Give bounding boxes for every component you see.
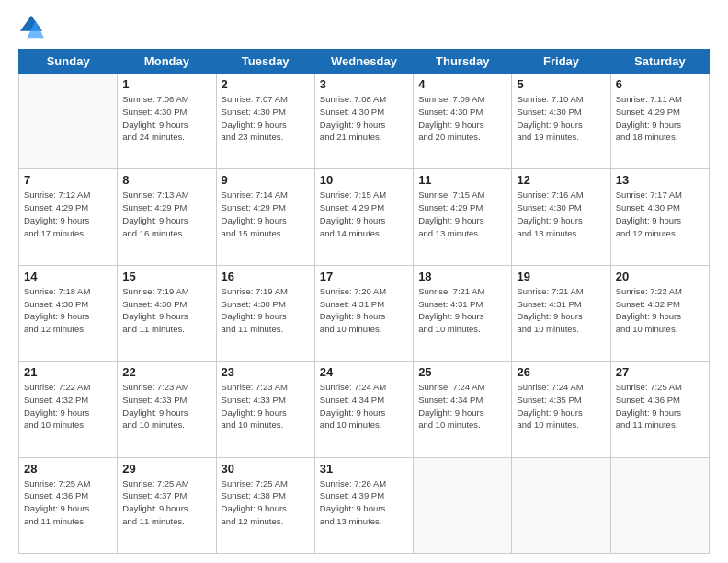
calendar-cell: 21Sunrise: 7:22 AM Sunset: 4:32 PM Dayli… — [19, 362, 118, 457]
day-number: 6 — [616, 77, 704, 91]
day-info: Sunrise: 7:11 AM Sunset: 4:29 PM Dayligh… — [616, 93, 704, 144]
day-info: Sunrise: 7:22 AM Sunset: 4:32 PM Dayligh… — [616, 285, 704, 336]
calendar-cell: 26Sunrise: 7:24 AM Sunset: 4:35 PM Dayli… — [512, 362, 610, 457]
day-number: 16 — [222, 270, 310, 283]
day-info: Sunrise: 7:23 AM Sunset: 4:33 PM Dayligh… — [122, 381, 210, 431]
day-info: Sunrise: 7:23 AM Sunset: 4:33 PM Dayligh… — [222, 381, 310, 431]
day-number: 13 — [616, 173, 704, 187]
day-number: 18 — [418, 270, 506, 283]
day-info: Sunrise: 7:13 AM Sunset: 4:29 PM Dayligh… — [122, 189, 210, 239]
day-info: Sunrise: 7:14 AM Sunset: 4:29 PM Dayligh… — [222, 189, 310, 239]
day-number: 24 — [320, 365, 408, 379]
header-row: SundayMondayTuesdayWednesdayThursdayFrid… — [19, 50, 710, 74]
calendar-cell: 2Sunrise: 7:07 AM Sunset: 4:30 PM Daylig… — [216, 74, 314, 169]
day-info: Sunrise: 7:17 AM Sunset: 4:30 PM Dayligh… — [616, 189, 704, 239]
day-info: Sunrise: 7:21 AM Sunset: 4:31 PM Dayligh… — [517, 285, 605, 336]
calendar-cell: 8Sunrise: 7:13 AM Sunset: 4:29 PM Daylig… — [118, 169, 216, 265]
day-number: 25 — [418, 365, 506, 379]
logo-icon — [18, 14, 44, 40]
day-number: 8 — [122, 173, 210, 187]
day-info: Sunrise: 7:18 AM Sunset: 4:30 PM Dayligh… — [24, 285, 112, 336]
day-info: Sunrise: 7:06 AM Sunset: 4:30 PM Dayligh… — [122, 93, 210, 144]
calendar-cell: 17Sunrise: 7:20 AM Sunset: 4:31 PM Dayli… — [314, 265, 413, 361]
day-info: Sunrise: 7:12 AM Sunset: 4:29 PM Dayligh… — [24, 189, 112, 239]
header-cell: Thursday — [414, 50, 512, 74]
calendar-cell: 11Sunrise: 7:15 AM Sunset: 4:29 PM Dayli… — [414, 169, 512, 265]
day-number: 21 — [24, 365, 112, 379]
day-info: Sunrise: 7:10 AM Sunset: 4:30 PM Dayligh… — [517, 93, 605, 144]
header-cell: Saturday — [610, 50, 709, 74]
day-number: 14 — [24, 270, 112, 283]
logo — [18, 14, 48, 40]
day-info: Sunrise: 7:08 AM Sunset: 4:30 PM Dayligh… — [320, 93, 408, 144]
day-info: Sunrise: 7:22 AM Sunset: 4:32 PM Dayligh… — [24, 381, 112, 431]
day-number: 28 — [24, 462, 112, 476]
calendar-cell: 5Sunrise: 7:10 AM Sunset: 4:30 PM Daylig… — [512, 74, 610, 169]
header — [18, 14, 710, 40]
day-info: Sunrise: 7:25 AM Sunset: 4:38 PM Dayligh… — [222, 477, 310, 528]
day-info: Sunrise: 7:21 AM Sunset: 4:31 PM Dayligh… — [418, 285, 506, 336]
day-number: 31 — [320, 462, 408, 476]
calendar-cell: 6Sunrise: 7:11 AM Sunset: 4:29 PM Daylig… — [610, 74, 709, 169]
calendar-cell — [512, 457, 610, 553]
day-info: Sunrise: 7:15 AM Sunset: 4:29 PM Dayligh… — [418, 189, 506, 239]
page: SundayMondayTuesdayWednesdayThursdayFrid… — [0, 0, 728, 563]
calendar-cell: 20Sunrise: 7:22 AM Sunset: 4:32 PM Dayli… — [610, 265, 709, 361]
day-info: Sunrise: 7:19 AM Sunset: 4:30 PM Dayligh… — [122, 285, 210, 336]
day-number: 12 — [517, 173, 605, 187]
calendar-cell: 16Sunrise: 7:19 AM Sunset: 4:30 PM Dayli… — [216, 265, 314, 361]
calendar-cell — [610, 457, 709, 553]
day-number: 23 — [222, 365, 310, 379]
day-number: 11 — [418, 173, 506, 187]
day-number: 4 — [418, 77, 506, 91]
day-number: 5 — [517, 77, 605, 91]
calendar-cell: 30Sunrise: 7:25 AM Sunset: 4:38 PM Dayli… — [216, 457, 314, 553]
day-number: 26 — [517, 365, 605, 379]
day-number: 7 — [24, 173, 112, 187]
day-info: Sunrise: 7:19 AM Sunset: 4:30 PM Dayligh… — [222, 285, 310, 336]
header-cell: Wednesday — [314, 50, 413, 74]
header-cell: Monday — [118, 50, 216, 74]
calendar-cell: 4Sunrise: 7:09 AM Sunset: 4:30 PM Daylig… — [414, 74, 512, 169]
day-info: Sunrise: 7:25 AM Sunset: 4:36 PM Dayligh… — [616, 381, 704, 431]
day-info: Sunrise: 7:20 AM Sunset: 4:31 PM Dayligh… — [320, 285, 408, 336]
header-cell: Friday — [512, 50, 610, 74]
day-info: Sunrise: 7:24 AM Sunset: 4:34 PM Dayligh… — [320, 381, 408, 431]
calendar-cell: 27Sunrise: 7:25 AM Sunset: 4:36 PM Dayli… — [610, 362, 709, 457]
calendar-cell: 14Sunrise: 7:18 AM Sunset: 4:30 PM Dayli… — [19, 265, 118, 361]
calendar: SundayMondayTuesdayWednesdayThursdayFrid… — [18, 49, 710, 554]
calendar-row: 7Sunrise: 7:12 AM Sunset: 4:29 PM Daylig… — [19, 169, 710, 265]
calendar-cell: 15Sunrise: 7:19 AM Sunset: 4:30 PM Dayli… — [118, 265, 216, 361]
header-cell: Sunday — [19, 50, 118, 74]
calendar-body: 1Sunrise: 7:06 AM Sunset: 4:30 PM Daylig… — [19, 74, 710, 554]
day-number: 19 — [517, 270, 605, 283]
day-number: 30 — [222, 462, 310, 476]
calendar-cell: 18Sunrise: 7:21 AM Sunset: 4:31 PM Dayli… — [414, 265, 512, 361]
day-number: 1 — [122, 77, 210, 91]
day-number: 22 — [122, 365, 210, 379]
day-number: 17 — [320, 270, 408, 283]
calendar-row: 1Sunrise: 7:06 AM Sunset: 4:30 PM Daylig… — [19, 74, 710, 169]
calendar-cell: 10Sunrise: 7:15 AM Sunset: 4:29 PM Dayli… — [314, 169, 413, 265]
day-number: 27 — [616, 365, 704, 379]
calendar-cell: 31Sunrise: 7:26 AM Sunset: 4:39 PM Dayli… — [314, 457, 413, 553]
calendar-row: 28Sunrise: 7:25 AM Sunset: 4:36 PM Dayli… — [19, 457, 710, 553]
day-number: 20 — [616, 270, 704, 283]
day-info: Sunrise: 7:09 AM Sunset: 4:30 PM Dayligh… — [418, 93, 506, 144]
calendar-cell: 28Sunrise: 7:25 AM Sunset: 4:36 PM Dayli… — [19, 457, 118, 553]
calendar-cell: 24Sunrise: 7:24 AM Sunset: 4:34 PM Dayli… — [314, 362, 413, 457]
day-info: Sunrise: 7:15 AM Sunset: 4:29 PM Dayligh… — [320, 189, 408, 239]
calendar-cell: 13Sunrise: 7:17 AM Sunset: 4:30 PM Dayli… — [610, 169, 709, 265]
calendar-cell: 22Sunrise: 7:23 AM Sunset: 4:33 PM Dayli… — [118, 362, 216, 457]
calendar-cell: 12Sunrise: 7:16 AM Sunset: 4:30 PM Dayli… — [512, 169, 610, 265]
day-info: Sunrise: 7:24 AM Sunset: 4:35 PM Dayligh… — [517, 381, 605, 431]
calendar-cell: 19Sunrise: 7:21 AM Sunset: 4:31 PM Dayli… — [512, 265, 610, 361]
calendar-cell: 3Sunrise: 7:08 AM Sunset: 4:30 PM Daylig… — [314, 74, 413, 169]
calendar-cell: 25Sunrise: 7:24 AM Sunset: 4:34 PM Dayli… — [414, 362, 512, 457]
calendar-cell: 29Sunrise: 7:25 AM Sunset: 4:37 PM Dayli… — [118, 457, 216, 553]
calendar-cell: 23Sunrise: 7:23 AM Sunset: 4:33 PM Dayli… — [216, 362, 314, 457]
day-number: 9 — [222, 173, 310, 187]
day-info: Sunrise: 7:26 AM Sunset: 4:39 PM Dayligh… — [320, 477, 408, 528]
day-number: 3 — [320, 77, 408, 91]
calendar-row: 14Sunrise: 7:18 AM Sunset: 4:30 PM Dayli… — [19, 265, 710, 361]
